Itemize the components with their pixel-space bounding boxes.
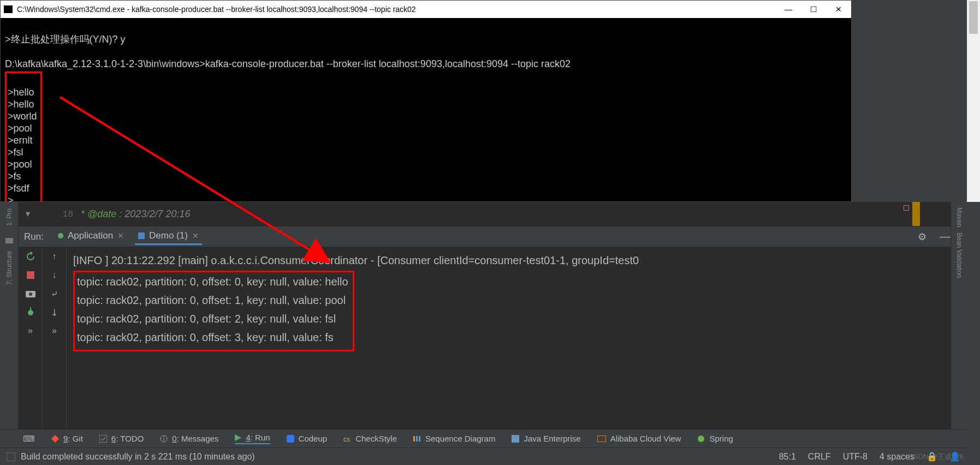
change-marker — [912, 202, 920, 226]
scrollbar-thumb[interactable] — [969, 1, 978, 34]
sidebar-item-maven[interactable]: Maven — [955, 207, 963, 227]
cmd-line: D:\kafka\kafka_2.12-3.1.0-1-2-3\bin\wind… — [5, 58, 571, 69]
cmd-titlebar[interactable]: C:\Windows\System32\cmd.exe - kafka-cons… — [1, 1, 851, 18]
tool-spring[interactable]: Spring — [697, 434, 733, 443]
up-icon[interactable]: ↑ — [49, 251, 60, 262]
tab-label: Application — [68, 230, 113, 241]
terminal-icon[interactable]: ⌨ — [23, 434, 35, 444]
status-bar: Build completed successfully in 2 s 221 … — [0, 448, 967, 465]
cmd-body[interactable]: >终止批处理操作吗(Y/N)? y D:\kafka\kafka_2.12-3.… — [1, 18, 851, 226]
error-marker — [904, 205, 909, 211]
label: Codeup — [299, 434, 328, 443]
sidebar-item-structure[interactable]: 7: Structure — [5, 251, 13, 285]
editor-area[interactable]: ▾ 18 * @date : 2023/2/7 20:16 — [19, 202, 951, 226]
svg-rect-16 — [597, 436, 606, 442]
close-icon[interactable]: ✕ — [192, 231, 199, 240]
encoding[interactable]: UTF-8 — [843, 452, 868, 462]
svg-text:i: i — [163, 436, 164, 442]
run-header: Run: Application ✕ Demo (1) ✕ ⚙ — — [19, 226, 951, 247]
stop-icon[interactable] — [25, 270, 36, 281]
scroll-end-icon[interactable]: ⤓ — [49, 307, 60, 318]
cmd-input: >world — [8, 111, 37, 122]
down-icon[interactable]: ↓ — [49, 270, 60, 281]
svg-rect-0 — [5, 238, 13, 243]
svg-point-17 — [698, 436, 704, 442]
sidebar-item-project[interactable]: 1: Pro — [5, 208, 13, 226]
cmd-icon — [4, 5, 13, 13]
tool-sequence[interactable]: Sequence Diagram — [413, 434, 495, 443]
label: Spring — [709, 434, 733, 443]
status-message: Build completed successfully in 2 s 221 … — [7, 452, 779, 462]
cmd-input: >fs — [8, 171, 21, 182]
cmd-input: >pool — [8, 159, 32, 170]
log-line: topic: rack02, partition: 0, offset: 1, … — [77, 291, 348, 309]
line-number: 18 — [37, 203, 81, 219]
hide-icon[interactable]: — — [940, 230, 951, 243]
cmd-input: >fsdf — [8, 183, 29, 194]
cmd-input: >hello — [8, 87, 34, 98]
log-line: topic: rack02, partition: 0, offset: 0, … — [77, 272, 348, 291]
minimize-button[interactable]: — — [776, 1, 801, 18]
log-line: [INFO ] 20:11:22.292 [main] o.a.k.c.c.i.… — [73, 251, 944, 270]
maximize-button[interactable]: ☐ — [801, 1, 826, 18]
run-title: Run: — [24, 231, 44, 242]
close-button[interactable]: ✕ — [826, 1, 851, 18]
inspect-icon[interactable]: 👤 — [949, 451, 960, 462]
svg-rect-7 — [99, 435, 107, 443]
tool-git[interactable]: 99: Git: Git — [51, 434, 83, 443]
folder-icon[interactable] — [5, 236, 14, 245]
code-prefix: * — [81, 208, 87, 219]
more-icon[interactable]: » — [49, 325, 60, 336]
camera-icon[interactable] — [25, 288, 36, 299]
caret-pos[interactable]: 85:1 — [779, 452, 796, 462]
tool-checkstyle[interactable]: csCheckStyle — [343, 434, 397, 443]
indent[interactable]: 4 spaces — [880, 452, 914, 462]
tool-todo[interactable]: 6: TODO — [99, 434, 144, 443]
rerun-icon[interactable] — [25, 251, 36, 262]
tool-run[interactable]: 4: Run — [235, 433, 270, 444]
line-sep[interactable]: CRLF — [808, 452, 831, 462]
collapse-icon[interactable]: ▾ — [19, 203, 37, 219]
highlight-box: topic: rack02, partition: 0, offset: 0, … — [73, 271, 354, 351]
cmd-line: >终止批处理操作吗(Y/N)? y — [5, 34, 126, 45]
sidebar-item-bean[interactable]: Bean Validation — [955, 233, 963, 278]
svg-rect-14 — [419, 436, 420, 442]
cmd-title: C:\Windows\System32\cmd.exe - kafka-cons… — [17, 5, 776, 14]
code-line: * @date : 2023/2/7 20:16 — [81, 203, 190, 220]
label: Java Enterprise — [524, 434, 580, 443]
run-dot-icon — [58, 233, 63, 239]
ide-leftbar: 1: Pro 7: Structure lorer — [0, 202, 19, 465]
more-icon[interactable]: » — [25, 325, 36, 336]
cmd-input: >fsl — [8, 147, 23, 158]
gear-icon[interactable]: ⚙ — [918, 231, 926, 243]
wrap-icon[interactable]: ⤶ — [49, 288, 60, 299]
svg-point-5 — [28, 310, 33, 315]
svg-rect-18 — [7, 452, 15, 461]
log-line: topic: rack02, partition: 0, offset: 2, … — [77, 309, 348, 328]
svg-point-4 — [29, 293, 32, 296]
svg-rect-13 — [416, 436, 418, 442]
tool-codeup[interactable]: Codeup — [287, 434, 328, 443]
label: CheckStyle — [355, 434, 397, 443]
log-line: topic: rack02, partition: 0, offset: 3, … — [77, 328, 348, 347]
lock-icon[interactable]: 🔒 — [926, 451, 937, 462]
svg-rect-12 — [413, 436, 415, 442]
label: Alibaba Cloud View — [610, 434, 681, 443]
tab-application[interactable]: Application ✕ — [55, 228, 127, 245]
tool-messages[interactable]: i0: Messages — [160, 434, 218, 443]
bottom-tools: ⌨ 99: Git: Git 6: TODO i0: Messages 4: R… — [0, 429, 967, 448]
close-icon[interactable]: ✕ — [117, 231, 124, 240]
svg-rect-15 — [512, 435, 519, 443]
code-rest: : 2023/2/7 20:16 — [116, 208, 190, 219]
tab-label: Demo (1) — [149, 230, 188, 241]
tool-javaee[interactable]: Java Enterprise — [512, 434, 580, 443]
run-square-icon — [138, 233, 145, 239]
tool-alibaba[interactable]: Alibaba Cloud View — [597, 434, 681, 443]
cmd-input: >pool — [8, 123, 32, 134]
svg-rect-2 — [27, 271, 34, 279]
bug-icon[interactable] — [25, 307, 36, 318]
cmd-window: C:\Windows\System32\cmd.exe - kafka-cons… — [0, 0, 852, 202]
svg-rect-10 — [287, 435, 294, 443]
cmd-input: >ernlt — [8, 135, 33, 146]
tab-demo[interactable]: Demo (1) ✕ — [135, 228, 202, 245]
